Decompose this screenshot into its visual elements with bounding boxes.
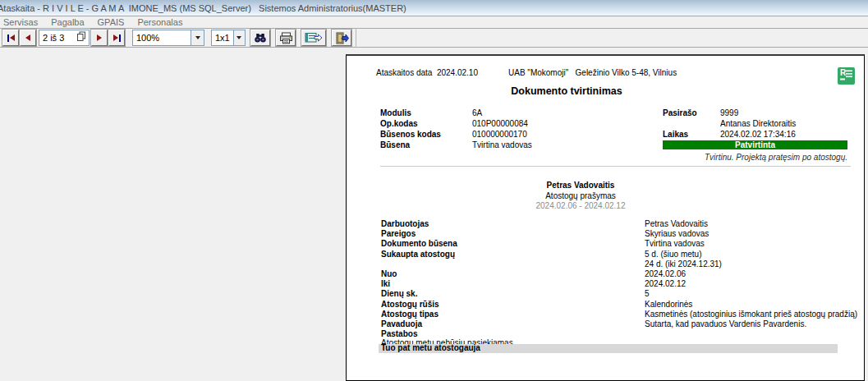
previous-page-icon	[25, 34, 30, 41]
field-row: 24 d. (iki 2024.12.31)	[381, 259, 858, 269]
field-label: Atostogų tipas	[381, 310, 645, 319]
print-button[interactable]	[276, 30, 296, 46]
menu-item-personalas[interactable]: Personalas	[131, 17, 189, 27]
field-value: 9999	[720, 108, 847, 119]
document-type: Atostogų prašymas	[347, 191, 815, 202]
field-value: Kasmetinės (atostoginius išmokant prieš …	[645, 310, 858, 319]
field-row: Iki2024.02.12	[381, 279, 858, 289]
page-layout-select[interactable]: 1x1	[211, 30, 246, 46]
field-row: Sukaupta atostogų5 d. (šiuo metu)	[381, 250, 858, 259]
next-page-button[interactable]	[91, 30, 108, 46]
company-header: UAB "Mokomoji" Geležinio Vilko 5-48, Vil…	[508, 68, 677, 77]
field-label: Iki	[381, 279, 645, 289]
field-label: Būsenos kodas	[380, 130, 472, 140]
approval-right-fields: Pasirašo9999Antanas DirektoraitisLaikas2…	[663, 108, 847, 162]
field-value: Tvirtina vadovas	[645, 239, 858, 249]
field-row: Būsenos kodas010000000170	[380, 130, 651, 140]
report-date: Ataskaitos data 2024.02.10	[376, 68, 478, 77]
zoom-select[interactable]: 100%	[132, 30, 204, 46]
toolbar-band: 2 iš 3 100%	[0, 28, 356, 48]
field-label: Op.kodas	[380, 119, 472, 130]
field-label	[381, 259, 645, 269]
chevron-down-icon	[195, 36, 200, 39]
status-text: Patvirtinta	[735, 140, 775, 149]
field-value: 2024.02.02 17:34:16	[720, 130, 847, 140]
field-label: Atostogų rūšis	[381, 300, 645, 310]
field-value: Sutarta, kad pavaduos Vardenis Pavardeni…	[645, 319, 858, 329]
page-layout-value: 1x1	[212, 30, 233, 45]
menu-bar: ServisasPagalbaGPAISPersonalas	[0, 16, 868, 28]
field-row: Pasirašo9999	[663, 108, 847, 119]
menu-item-pagalba[interactable]: Pagalba	[44, 17, 90, 27]
export-button[interactable]	[301, 30, 326, 46]
copy-pages-icon[interactable]	[76, 30, 87, 45]
vacation-request-fields: DarbuotojasPetras VadovaitisPareigosSkyr…	[381, 219, 858, 339]
find-button[interactable]	[250, 30, 270, 46]
first-page-button[interactable]	[2, 30, 19, 46]
field-row: BūsenaTvirtina vadovas	[380, 140, 651, 151]
field-row: Modulis6A	[380, 108, 651, 119]
field-label: Būsena	[380, 140, 472, 151]
printer-icon	[279, 32, 293, 44]
page-indicator: 2 iš 3	[43, 33, 76, 43]
field-value: 2024.02.12	[645, 279, 858, 289]
zoom-dropdown-button[interactable]	[191, 30, 204, 45]
field-value: 5	[645, 289, 858, 299]
field-label: Pareigos	[381, 229, 645, 239]
toolbar: 2 iš 3 100%	[0, 28, 868, 48]
field-value: Skyriaus vadovas	[645, 229, 858, 239]
field-value: 6A	[472, 108, 651, 119]
approval-left-fields: Modulis6AOp.kodas010P00000084Būsenos kod…	[380, 108, 651, 151]
rivile-report-logo-icon: R	[838, 67, 855, 85]
field-label	[663, 119, 720, 130]
exit-button[interactable]	[332, 30, 351, 46]
field-value: 010000000170	[472, 130, 651, 140]
field-value: Kalendorinės	[645, 300, 858, 310]
layout-dropdown-button[interactable]	[233, 30, 245, 45]
field-row: Atostogų rūšisKalendorinės	[381, 300, 858, 310]
previous-page-button[interactable]	[20, 30, 36, 46]
first-page-icon	[7, 34, 15, 42]
field-label: Modulis	[380, 108, 472, 119]
vacation-date-range: 2024.02.06 - 2024.02.12	[347, 201, 815, 212]
zoom-value: 100%	[133, 30, 191, 45]
field-value: 2024.02.06	[645, 269, 858, 279]
field-row: PavaduojaSutarta, kad pavaduos Vardenis …	[381, 319, 858, 329]
chevron-down-icon	[237, 36, 241, 39]
last-page-button[interactable]	[108, 30, 125, 46]
field-value: 010P00000084	[472, 119, 651, 130]
menu-item-gpais[interactable]: GPAIS	[91, 17, 131, 27]
field-row: Atostogų tipasKasmetinės (atostoginius i…	[381, 310, 858, 319]
exit-door-icon	[335, 32, 349, 44]
next-page-icon	[97, 34, 102, 41]
field-label: Dokumento būsena	[381, 239, 645, 249]
approval-comment: Tvirtinu. Projektą pratęsim po atostogų.	[663, 153, 847, 162]
field-row: Nuo2024.02.06	[381, 269, 858, 279]
field-label: Dienų sk.	[381, 289, 645, 299]
field-row: DarbuotojasPetras Vadovaitis	[381, 219, 858, 229]
field-row: Laikas2024.02.02 17:34:16	[663, 130, 847, 140]
menu-item-servisas[interactable]: Servisas	[0, 17, 44, 27]
report-title: Dokumento tvirtinimas	[347, 85, 787, 97]
field-row: Dienų sk.5	[381, 289, 858, 299]
field-value: Antanas Direktoraitis	[720, 119, 847, 130]
approval-right-rows: Pasirašo9999Antanas DirektoraitisLaikas2…	[663, 108, 847, 140]
last-page-icon	[113, 34, 121, 42]
field-row: Op.kodas010P00000084	[380, 119, 651, 130]
field-label: Sukaupta atostogų	[381, 250, 645, 259]
field-value: Petras Vadovaitis	[645, 219, 858, 229]
status-bar: Patvirtinta	[663, 140, 847, 149]
field-label: Laikas	[663, 130, 720, 140]
report-page: Ataskaitos data 2024.02.10 UAB "Mokomoji…	[346, 54, 865, 381]
section-divider	[380, 166, 851, 167]
export-report-icon	[305, 32, 323, 44]
field-label: Pasirašo	[663, 108, 720, 119]
page-indicator-field[interactable]: 2 iš 3	[39, 30, 90, 46]
concurrent-vacation-bar: Tuo pat metu atostogauja	[379, 344, 838, 353]
field-label: Darbuotojas	[381, 219, 645, 229]
field-value: 5 d. (šiuo metu)	[645, 250, 858, 259]
report-preview-area: Ataskaitos data 2024.02.10 UAB "Mokomoji…	[0, 48, 868, 381]
application-window: Ataskaita - R I V I L E - G A M A IMONE_…	[0, 0, 868, 381]
binoculars-icon	[254, 32, 267, 44]
field-row: Dokumento būsenaTvirtina vadovas	[381, 239, 858, 249]
